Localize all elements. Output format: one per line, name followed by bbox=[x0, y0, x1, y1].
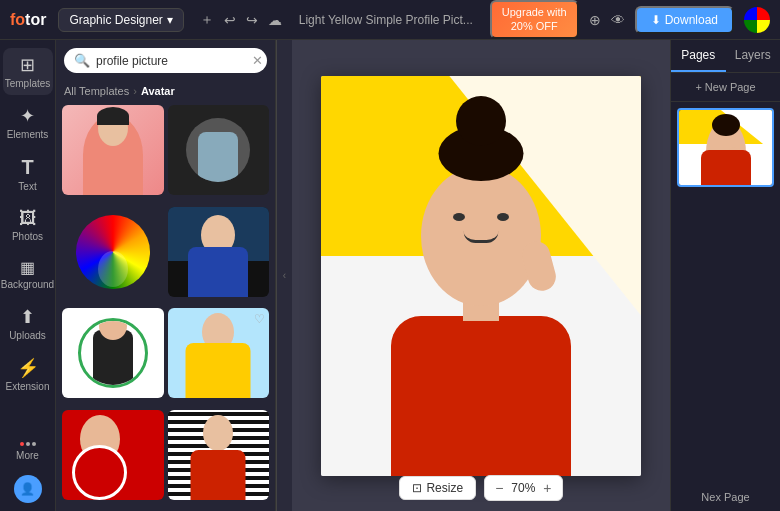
user-icon: 👤 bbox=[20, 482, 35, 496]
clear-search-icon[interactable]: ✕ bbox=[252, 53, 263, 68]
breadcrumb-separator: › bbox=[133, 85, 137, 97]
resize-label: Resize bbox=[426, 481, 463, 495]
page-thumbnail-1[interactable] bbox=[677, 108, 774, 187]
topbar: fotor Graphic Designer ▾ ＋ ↩ ↪ ☁ Light Y… bbox=[0, 0, 780, 40]
resize-icon: ⊡ bbox=[412, 481, 422, 495]
upgrade-button[interactable]: Upgrade with 20% OFF bbox=[490, 0, 579, 38]
pages-list bbox=[671, 102, 780, 483]
canvas-wrapper[interactable] bbox=[321, 76, 641, 476]
template-item[interactable]: ♡ bbox=[168, 308, 270, 398]
collapse-arrow-icon: ‹ bbox=[283, 270, 286, 281]
template-item[interactable] bbox=[168, 105, 270, 195]
tab-layers[interactable]: Layers bbox=[726, 40, 781, 72]
graphic-designer-button[interactable]: Graphic Designer ▾ bbox=[58, 8, 183, 32]
main-layout: ⊞ Templates ✦ Elements T Text 🖼 Photos ▦… bbox=[0, 40, 780, 511]
search-input[interactable] bbox=[96, 54, 246, 68]
page-thumb-inner bbox=[679, 110, 772, 185]
user-avatar[interactable] bbox=[744, 7, 770, 33]
zoom-level: 70% bbox=[511, 481, 535, 495]
photos-label: Photos bbox=[12, 231, 43, 242]
templates-icon: ⊞ bbox=[20, 54, 35, 76]
breadcrumb-root[interactable]: All Templates bbox=[64, 85, 129, 97]
right-panel: Pages Layers + New Page Nex Page bbox=[670, 40, 780, 511]
uploads-icon: ⬆ bbox=[20, 306, 35, 328]
text-label: Text bbox=[18, 181, 36, 192]
zoom-plus-button[interactable]: + bbox=[543, 480, 551, 496]
sidebar-item-photos[interactable]: 🖼 Photos bbox=[3, 202, 53, 248]
sidebar-more-section: More 👤 bbox=[3, 436, 53, 503]
more-label: More bbox=[16, 450, 39, 461]
add-page-icon[interactable]: ＋ bbox=[200, 11, 214, 29]
upgrade-line2: 20% OFF bbox=[511, 20, 558, 33]
fotor-logo: fotor bbox=[10, 11, 46, 29]
canvas-bottom-controls: ⊡ Resize − 70% + bbox=[399, 475, 562, 501]
template-item[interactable] bbox=[168, 410, 270, 500]
download-button[interactable]: ⬇ Download bbox=[635, 6, 734, 34]
template-item[interactable] bbox=[168, 207, 270, 297]
topbar-right-icons: Upgrade with 20% OFF ⊕ 👁 ⬇ Download bbox=[490, 0, 770, 38]
text-icon: T bbox=[21, 156, 33, 179]
more-dots-icon bbox=[20, 442, 36, 446]
graphic-designer-label: Graphic Designer bbox=[69, 13, 162, 27]
zoom-controls: − 70% + bbox=[484, 475, 562, 501]
redo-icon[interactable]: ↪ bbox=[246, 12, 258, 28]
templates-grid: ♡ bbox=[56, 101, 275, 511]
template-item[interactable] bbox=[62, 410, 164, 500]
breadcrumb: All Templates › Avatar bbox=[56, 81, 275, 101]
search-icon: 🔍 bbox=[74, 53, 90, 68]
cloud-save-icon[interactable]: ☁ bbox=[268, 12, 282, 28]
undo-icon[interactable]: ↩ bbox=[224, 12, 236, 28]
topbar-actions: ＋ ↩ ↪ ☁ bbox=[200, 11, 282, 29]
elements-icon: ✦ bbox=[20, 105, 35, 127]
extension-icon: ⚡ bbox=[17, 357, 39, 379]
sidebar-item-extension[interactable]: ⚡ Extension bbox=[3, 351, 53, 398]
download-label: Download bbox=[665, 13, 718, 27]
download-icon: ⬇ bbox=[651, 13, 661, 27]
template-item[interactable] bbox=[62, 308, 164, 398]
resize-button[interactable]: ⊡ Resize bbox=[399, 476, 476, 500]
right-panel-tabs: Pages Layers bbox=[671, 40, 780, 73]
canvas-area: ⊡ Resize − 70% + bbox=[292, 40, 670, 511]
tab-pages[interactable]: Pages bbox=[671, 40, 726, 72]
chevron-down-icon: ▾ bbox=[167, 13, 173, 27]
file-title: Light Yellow Simple Profile Pict... bbox=[290, 13, 482, 27]
templates-label: Templates bbox=[5, 78, 51, 89]
left-sidebar: ⊞ Templates ✦ Elements T Text 🖼 Photos ▦… bbox=[0, 40, 56, 511]
sidebar-item-elements[interactable]: ✦ Elements bbox=[3, 99, 53, 146]
templates-panel: 🔍 ✕ All Templates › Avatar bbox=[56, 40, 276, 511]
breadcrumb-current: Avatar bbox=[141, 85, 175, 97]
panel-collapse-handle[interactable]: ‹ bbox=[276, 40, 292, 511]
uploads-label: Uploads bbox=[9, 330, 46, 341]
sidebar-item-more[interactable]: More bbox=[3, 436, 53, 467]
search-bar: 🔍 ✕ bbox=[56, 40, 275, 81]
extension-label: Extension bbox=[6, 381, 50, 392]
template-item[interactable] bbox=[62, 105, 164, 195]
sidebar-item-templates[interactable]: ⊞ Templates bbox=[3, 48, 53, 95]
new-page-button[interactable]: + New Page bbox=[671, 73, 780, 102]
template-item[interactable] bbox=[62, 207, 164, 297]
background-label: Background bbox=[1, 279, 54, 290]
elements-label: Elements bbox=[7, 129, 49, 140]
sidebar-item-uploads[interactable]: ⬆ Uploads bbox=[3, 300, 53, 347]
share-icon[interactable]: ⊕ bbox=[589, 12, 601, 28]
eye-icon[interactable]: 👁 bbox=[611, 12, 625, 28]
photos-icon: 🖼 bbox=[19, 208, 37, 229]
background-icon: ▦ bbox=[20, 258, 35, 277]
upgrade-line1: Upgrade with bbox=[502, 6, 567, 19]
zoom-minus-button[interactable]: − bbox=[495, 480, 503, 496]
sidebar-item-text[interactable]: T Text bbox=[3, 150, 53, 198]
sidebar-item-background[interactable]: ▦ Background bbox=[3, 252, 53, 296]
user-profile-button[interactable]: 👤 bbox=[14, 475, 42, 503]
search-input-wrapper: 🔍 ✕ bbox=[64, 48, 267, 73]
next-page-button[interactable]: Nex Page bbox=[671, 483, 780, 511]
